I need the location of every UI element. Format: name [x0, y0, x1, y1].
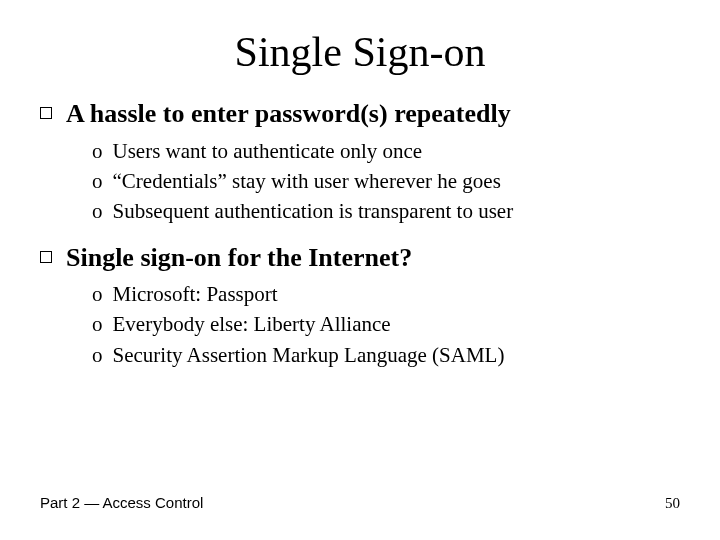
slide-title: Single Sign-on — [40, 28, 680, 76]
sub-text: Security Assertion Markup Language (SAML… — [113, 341, 505, 369]
bullet-text: A hassle to enter password(s) repeatedly — [66, 98, 511, 131]
square-bullet-icon — [40, 107, 52, 119]
slide-number: 50 — [665, 495, 680, 512]
o-bullet-icon: o — [92, 280, 103, 308]
sub-item: o Everybody else: Liberty Alliance — [92, 310, 680, 338]
bullet-text: Single sign-on for the Internet? — [66, 242, 412, 275]
bullet-item-2: Single sign-on for the Internet? — [40, 242, 680, 275]
sub-list-1: o Users want to authenticate only once o… — [92, 137, 680, 226]
o-bullet-icon: o — [92, 197, 103, 225]
square-bullet-icon — [40, 251, 52, 263]
sub-list-2: o Microsoft: Passport o Everybody else: … — [92, 280, 680, 369]
sub-text: Microsoft: Passport — [113, 280, 278, 308]
sub-text: Everybody else: Liberty Alliance — [113, 310, 391, 338]
o-bullet-icon: o — [92, 341, 103, 369]
sub-item: o “Credentials” stay with user wherever … — [92, 167, 680, 195]
sub-text: Subsequent authentication is transparent… — [113, 197, 514, 225]
sub-item: o Subsequent authentication is transpare… — [92, 197, 680, 225]
o-bullet-icon: o — [92, 167, 103, 195]
sub-item: o Security Assertion Markup Language (SA… — [92, 341, 680, 369]
o-bullet-icon: o — [92, 310, 103, 338]
sub-text: Users want to authenticate only once — [113, 137, 423, 165]
sub-item: o Users want to authenticate only once — [92, 137, 680, 165]
bullet-item-1: A hassle to enter password(s) repeatedly — [40, 98, 680, 131]
footer-left-text: Part 2 — Access Control — [40, 494, 203, 511]
o-bullet-icon: o — [92, 137, 103, 165]
sub-item: o Microsoft: Passport — [92, 280, 680, 308]
slide-footer: Part 2 — Access Control 50 — [40, 494, 680, 512]
sub-text: “Credentials” stay with user wherever he… — [113, 167, 501, 195]
